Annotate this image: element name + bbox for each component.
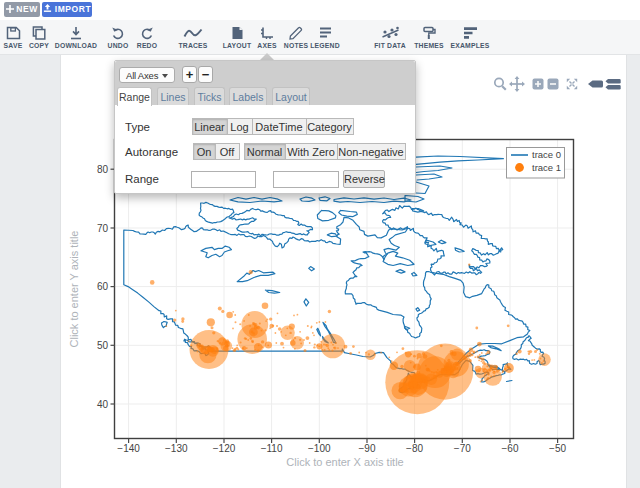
svg-text:−130: −130 <box>165 443 188 454</box>
svg-text:−110: −110 <box>261 443 283 454</box>
svg-text:−120: −120 <box>213 443 236 454</box>
svg-text:50: 50 <box>97 340 109 351</box>
svg-text:−90: −90 <box>359 443 376 454</box>
svg-text:−140: −140 <box>117 443 140 454</box>
svg-text:70: 70 <box>97 223 109 234</box>
svg-text:Click to enter X axis title: Click to enter X axis title <box>286 456 403 468</box>
svg-text:−100: −100 <box>308 443 331 454</box>
svg-text:trace 0: trace 0 <box>532 149 561 160</box>
svg-text:−80: −80 <box>406 443 423 454</box>
svg-text:−50: −50 <box>549 443 566 454</box>
svg-text:80: 80 <box>97 164 109 175</box>
svg-text:40: 40 <box>97 399 109 410</box>
svg-text:−70: −70 <box>454 443 471 454</box>
svg-text:60: 60 <box>97 281 109 292</box>
svg-text:−60: −60 <box>502 443 519 454</box>
svg-text:Click to enter Y axis title: Click to enter Y axis title <box>68 231 80 348</box>
svg-text:trace 1: trace 1 <box>532 162 561 173</box>
